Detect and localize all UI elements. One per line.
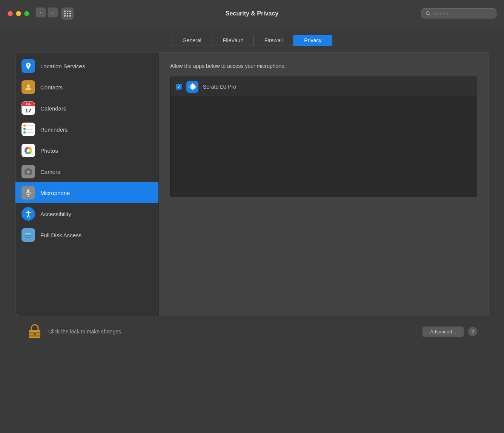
sidebar-item-accessibility[interactable]: Accessibility <box>15 203 158 224</box>
lock-text: Click the lock to make changes. <box>48 329 123 335</box>
svg-point-5 <box>27 149 30 152</box>
svg-rect-9 <box>27 189 29 193</box>
svg-line-1 <box>429 14 430 15</box>
sidebar-item-label-contacts: Contacts <box>40 84 63 91</box>
sidebar-item-reminders[interactable]: Reminders <box>15 119 158 140</box>
titlebar: ‹ › Security & Privacy <box>0 0 504 27</box>
app-checkbox-serato[interactable] <box>176 84 182 90</box>
app-name-serato: Serato DJ Pro <box>203 84 236 90</box>
calendars-icon: JUL 17 <box>22 101 35 115</box>
sidebar-item-label-reminders: Reminders <box>40 126 68 133</box>
svg-point-12 <box>28 210 29 212</box>
sidebar-item-label-fulldisk: Full Disk Access <box>40 232 81 238</box>
nav-buttons: ‹ › <box>35 7 74 20</box>
bottom-buttons: Advanced... ? <box>422 326 478 337</box>
window-controls <box>8 11 29 16</box>
main-content: General FileVault Firewall Privacy Locat… <box>0 27 504 355</box>
accessibility-icon <box>22 207 35 221</box>
location-icon <box>22 59 35 73</box>
advanced-button[interactable]: Advanced... <box>422 326 464 337</box>
bottom-bar: Click the lock to make changes. Advanced… <box>15 316 489 347</box>
sidebar-item-label-microphone: Microphone <box>40 190 70 196</box>
sidebar-item-fulldisk[interactable]: Full Disk Access <box>15 224 158 246</box>
serato-icon <box>186 81 198 93</box>
sidebar: Location Services Contacts JUL 17 <box>15 52 159 316</box>
calendar-day: 17 <box>22 106 35 115</box>
svg-point-8 <box>28 171 29 173</box>
help-button[interactable]: ? <box>468 327 478 336</box>
sidebar-item-photos[interactable]: Photos <box>15 140 158 161</box>
maximize-button[interactable] <box>24 11 29 16</box>
panel-description: Allow the apps below to access your micr… <box>170 63 477 69</box>
microphone-icon <box>22 186 35 200</box>
window-title: Security & Privacy <box>226 10 279 17</box>
search-bar[interactable] <box>421 8 496 18</box>
sidebar-item-label-calendars: Calendars <box>40 105 66 112</box>
tab-firewall[interactable]: Firewall <box>254 35 293 46</box>
calendar-month: JUL <box>22 102 35 106</box>
tabs-container: General FileVault Firewall Privacy <box>15 35 489 46</box>
search-icon <box>426 11 430 16</box>
contacts-icon <box>22 80 35 94</box>
sidebar-item-camera[interactable]: Camera <box>15 161 158 182</box>
tab-general[interactable]: General <box>172 35 212 46</box>
sidebar-item-contacts[interactable]: Contacts <box>15 77 158 98</box>
camera-icon <box>22 165 35 178</box>
grid-button[interactable] <box>61 7 74 20</box>
search-input[interactable] <box>433 11 492 16</box>
fulldisk-icon <box>22 228 35 242</box>
forward-button[interactable]: › <box>48 7 58 18</box>
apps-list: Serato DJ Pro <box>170 77 477 197</box>
sidebar-item-microphone[interactable]: Microphone <box>15 182 158 203</box>
main-panel: Location Services Contacts JUL 17 <box>15 52 489 316</box>
sidebar-item-label-location: Location Services <box>40 63 85 69</box>
svg-rect-14 <box>25 233 31 235</box>
lock-icon[interactable] <box>26 322 43 341</box>
back-button[interactable]: ‹ <box>35 7 46 18</box>
sidebar-item-label-photos: Photos <box>40 147 58 154</box>
svg-point-3 <box>27 84 30 88</box>
reminders-icon <box>22 123 35 136</box>
svg-point-21 <box>34 333 36 335</box>
table-row: Serato DJ Pro <box>171 77 477 97</box>
grid-icon <box>64 11 71 17</box>
tab-filevault[interactable]: FileVault <box>212 35 254 46</box>
close-button[interactable] <box>8 11 13 16</box>
sidebar-item-calendars[interactable]: JUL 17 Calendars <box>15 98 158 119</box>
sidebar-item-label-accessibility: Accessibility <box>40 211 71 217</box>
sidebar-item-label-camera: Camera <box>40 169 60 175</box>
tab-privacy[interactable]: Privacy <box>293 35 332 46</box>
svg-rect-15 <box>26 236 31 237</box>
photos-icon <box>22 144 35 157</box>
right-panel: Allow the apps below to access your micr… <box>159 52 489 316</box>
serato-waveform <box>189 83 196 91</box>
sidebar-item-location[interactable]: Location Services <box>15 55 158 77</box>
minimize-button[interactable] <box>16 11 21 16</box>
